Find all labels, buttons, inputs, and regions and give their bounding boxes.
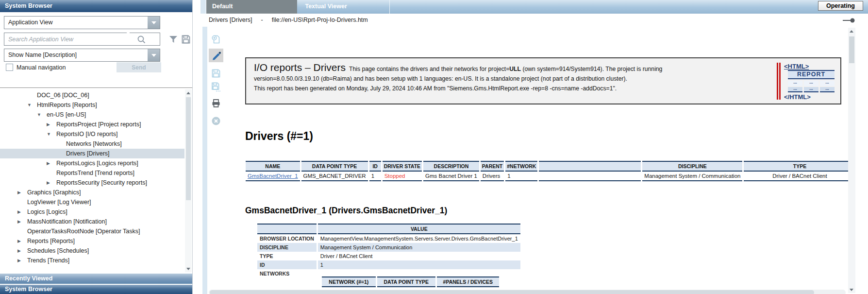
value-rows: BROWSER LOCATION ManagementView.Manageme… bbox=[257, 234, 520, 289]
tree-item[interactable]: Trends [Trends] bbox=[0, 256, 184, 265]
tree-item[interactable]: Networks [Networks] bbox=[0, 139, 184, 149]
tree-expander-icon[interactable] bbox=[17, 190, 27, 195]
tree-expander-icon[interactable] bbox=[17, 248, 27, 253]
report-viewer: I/O reports – DriversThis page contains … bbox=[193, 27, 868, 294]
system-browser-header[interactable]: System Browser bbox=[0, 0, 192, 12]
close-report-button[interactable] bbox=[209, 114, 223, 128]
driver-name-link[interactable]: GmsBacnetDriver_1 bbox=[246, 172, 300, 181]
print-icon bbox=[211, 98, 221, 108]
tree-expander-icon[interactable] bbox=[17, 219, 27, 224]
logo-cell: ... bbox=[788, 81, 802, 86]
display-mode-selector[interactable]: Show Name [Description] bbox=[4, 49, 160, 62]
chevron-down-icon[interactable] bbox=[148, 17, 160, 29]
tree-item[interactable]: HtmlReports [Reports] bbox=[0, 100, 184, 110]
value-row-value: ManagementView.ManagementSystem.Servers.… bbox=[318, 234, 520, 243]
edit-button[interactable] bbox=[209, 49, 223, 62]
tree-item-label: Schedules [Schedules] bbox=[27, 247, 89, 254]
operating-mode-button[interactable]: Operating bbox=[818, 1, 863, 11]
save-button[interactable] bbox=[209, 67, 223, 80]
column-header: DRIVER STATE bbox=[383, 161, 422, 172]
tree-item[interactable]: Drivers [Drivers] bbox=[0, 149, 184, 158]
save-as-button[interactable] bbox=[209, 80, 223, 94]
tree-expander-icon[interactable] bbox=[47, 161, 56, 166]
new-report-button[interactable] bbox=[209, 33, 223, 46]
tree-expander-icon[interactable] bbox=[17, 258, 27, 263]
driver-row: GmsBacnetDriver_1 GMS_BACNET_DRIVER 1 St… bbox=[246, 172, 855, 181]
scrollbar-thumb[interactable] bbox=[210, 290, 814, 294]
tree-item[interactable]: ReportsProject [Project reports] bbox=[0, 120, 184, 129]
tree-item-label: LogViewer [Log Viewer] bbox=[27, 199, 91, 206]
tree-item[interactable]: ReportsIO [I/O reports] bbox=[0, 129, 184, 139]
network-column-header: NETWORK (#=1) bbox=[322, 277, 376, 287]
cell-type: Driver / BACnet Client bbox=[744, 172, 855, 181]
tree-item[interactable]: Schedules [Schedules] bbox=[0, 246, 184, 256]
view-selector[interactable]: Application View bbox=[4, 16, 160, 29]
tree-expander-icon[interactable] bbox=[37, 112, 47, 117]
chevron-down-icon[interactable] bbox=[148, 49, 160, 61]
tree-item[interactable]: LogViewer [Log Viewer] bbox=[0, 197, 184, 207]
separator: - bbox=[261, 17, 263, 23]
search-icon[interactable] bbox=[136, 35, 146, 44]
network-column-header: DATA POINT TYPE bbox=[377, 277, 435, 287]
tree-item[interactable]: Reports [Reports] bbox=[0, 236, 184, 246]
report-vertical-scrollbar[interactable] bbox=[848, 28, 855, 293]
recently-viewed-bar[interactable]: Recently Viewed bbox=[0, 274, 192, 284]
selected-node-label: Drivers [Drivers] bbox=[209, 17, 252, 23]
tree-expander-icon[interactable] bbox=[47, 132, 56, 137]
tree-expander-icon[interactable] bbox=[17, 239, 27, 243]
tree-expander-icon[interactable] bbox=[27, 103, 37, 107]
logo-report-label: REPORT bbox=[788, 70, 835, 79]
tree-item[interactable]: ReportsSecurity [Security reports] bbox=[0, 178, 184, 188]
column-header: TYPE bbox=[744, 161, 855, 172]
logo-close-tag: </HTML> bbox=[784, 93, 835, 101]
scroll-down-icon[interactable] bbox=[848, 286, 855, 293]
viewer-accent-strip bbox=[202, 27, 207, 294]
value-table-header-row: VALUE bbox=[257, 224, 520, 234]
tree-item-label: Networks [Networks] bbox=[66, 140, 122, 147]
tree-item-label: ReportsIO [I/O reports] bbox=[56, 131, 117, 138]
system-browser-bottom-bar[interactable]: System Browser bbox=[0, 285, 192, 294]
tree-item[interactable]: ReportsTrend [Trend reports] bbox=[0, 168, 184, 178]
filter-icon[interactable] bbox=[168, 34, 179, 45]
driver-detail-heading: GmsBacnetDriver_1 (Drivers.GmsBacnetDriv… bbox=[245, 206, 447, 216]
search-input[interactable] bbox=[4, 33, 126, 45]
tree-scrollbar[interactable] bbox=[185, 89, 192, 272]
tree-expander-icon[interactable] bbox=[47, 180, 56, 185]
tree-item-label: ReportsSecurity [Security reports] bbox=[56, 179, 147, 186]
manual-navigation-checkbox[interactable] bbox=[6, 64, 13, 71]
tree-item[interactable]: en-US [en-US] bbox=[0, 110, 184, 120]
tree-item[interactable]: ReportsLogics [Logics reports] bbox=[0, 158, 184, 168]
tree-item-label: ReportsProject [Project reports] bbox=[56, 121, 141, 128]
pin-icon[interactable] bbox=[843, 17, 855, 23]
tree-item[interactable]: OperatorTasksRootNode [Operator Tasks] bbox=[0, 226, 184, 236]
value-row-value: Driver / BACnet Client bbox=[318, 252, 520, 260]
tree-item[interactable]: Logics [Logics] bbox=[0, 207, 184, 217]
column-header: PARENT bbox=[481, 161, 504, 172]
tree-expander-icon[interactable] bbox=[47, 122, 56, 127]
system-tree: DOC_06 [DOC_06] HtmlReports [Reports] en… bbox=[0, 90, 184, 265]
send-button[interactable]: Send bbox=[117, 62, 161, 72]
save-view-icon[interactable] bbox=[181, 34, 191, 45]
tab[interactable]: Default bbox=[206, 0, 297, 14]
tree-item[interactable]: Graphics [Graphics] bbox=[0, 188, 184, 197]
tree-item[interactable]: MassNotification [Notification] bbox=[0, 217, 184, 226]
search-dropdown-icon[interactable] bbox=[126, 32, 131, 43]
cell-driver-state: Stopped bbox=[383, 172, 422, 181]
report-horizontal-scrollbar[interactable] bbox=[209, 290, 846, 294]
display-mode-value: Show Name [Description] bbox=[8, 52, 77, 58]
scroll-up-icon[interactable] bbox=[848, 28, 855, 35]
logo-cell: ... bbox=[788, 87, 802, 92]
column-header: DATA POINT TYPE bbox=[301, 161, 368, 172]
scroll-down-icon[interactable] bbox=[185, 265, 192, 272]
tree-expander-icon[interactable] bbox=[17, 209, 27, 214]
value-row-label: DISCIPLINE bbox=[257, 243, 317, 252]
scrollbar-thumb[interactable] bbox=[849, 36, 854, 63]
tab-bar: Default Textual Viewer Operating bbox=[206, 0, 868, 14]
tree-item[interactable]: DOC_06 [DOC_06] bbox=[0, 90, 184, 100]
print-button[interactable] bbox=[209, 96, 223, 110]
report-title: I/O reports – Drivers bbox=[254, 62, 346, 73]
scroll-up-icon[interactable] bbox=[185, 89, 192, 96]
scrollbar-thumb[interactable] bbox=[186, 97, 191, 200]
networks-row-label: NETWORKS bbox=[257, 269, 317, 289]
tab[interactable]: Textual Viewer bbox=[299, 0, 390, 14]
